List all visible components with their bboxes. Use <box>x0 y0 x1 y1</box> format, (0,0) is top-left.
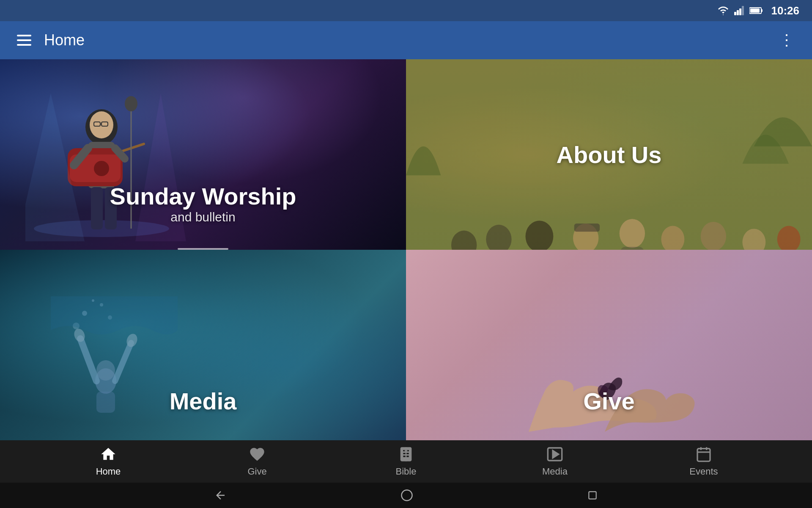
sunday-worship-cell[interactable]: Sunday Worship and bulletin <box>0 59 406 250</box>
give-nav-label: Give <box>247 466 266 477</box>
about-us-cell[interactable]: About Us <box>406 59 812 250</box>
nav-item-bible[interactable]: Bible <box>381 446 431 477</box>
events-nav-icon <box>695 446 712 463</box>
media-cell[interactable]: Media <box>0 250 406 440</box>
home-nav-label: Home <box>96 466 121 477</box>
wifi-icon <box>717 6 729 15</box>
give-nav-icon <box>249 446 266 463</box>
clock: 10:26 <box>771 4 800 17</box>
battery-icon <box>749 7 763 14</box>
app-bar: Home ⋮ <box>0 21 812 59</box>
give-label: Give <box>583 387 634 415</box>
android-nav-bar <box>0 483 812 508</box>
main-content-grid: Sunday Worship and bulletin <box>0 59 812 440</box>
nav-item-events[interactable]: Events <box>678 446 729 477</box>
svg-rect-0 <box>734 12 736 15</box>
svg-point-21 <box>125 96 137 111</box>
home-nav-icon <box>100 446 117 463</box>
svg-rect-52 <box>96 392 115 413</box>
signal-icon <box>734 6 744 15</box>
worship-label: Sunday Worship and bulletin <box>110 182 296 224</box>
svg-rect-2 <box>739 8 741 15</box>
svg-rect-5 <box>761 9 763 12</box>
svg-rect-3 <box>742 6 744 15</box>
media-nav-icon <box>546 446 563 463</box>
svg-rect-22 <box>91 187 103 229</box>
underwater-figure <box>51 296 178 415</box>
svg-line-53 <box>80 339 96 381</box>
hamburger-menu-button[interactable] <box>17 35 31 46</box>
bible-nav-label: Bible <box>396 466 417 477</box>
events-nav-label: Events <box>689 466 718 477</box>
svg-point-57 <box>96 360 115 381</box>
nav-item-media[interactable]: Media <box>529 446 580 477</box>
svg-line-54 <box>115 343 131 381</box>
svg-rect-1 <box>737 10 739 15</box>
back-button[interactable] <box>214 489 227 502</box>
bottom-nav-bar: Home Give Bible Media Events <box>0 440 812 483</box>
media-nav-label: Media <box>542 466 568 477</box>
svg-rect-61 <box>697 449 710 461</box>
nav-item-give[interactable]: Give <box>232 446 283 477</box>
svg-rect-6 <box>750 8 760 13</box>
home-button[interactable] <box>401 489 413 502</box>
svg-point-17 <box>94 161 109 176</box>
bible-nav-icon <box>398 446 414 463</box>
app-title: Home <box>44 31 85 49</box>
more-options-button[interactable]: ⋮ <box>779 33 795 48</box>
svg-rect-66 <box>589 491 596 499</box>
about-label: About Us <box>557 141 662 168</box>
give-cell[interactable]: Give <box>406 250 812 440</box>
recents-button[interactable] <box>587 490 598 501</box>
media-label: Media <box>170 387 237 415</box>
status-bar: 10:26 <box>0 0 812 21</box>
status-icons: 10:26 <box>717 4 800 17</box>
svg-point-65 <box>401 490 412 501</box>
nav-item-home[interactable]: Home <box>83 446 134 477</box>
